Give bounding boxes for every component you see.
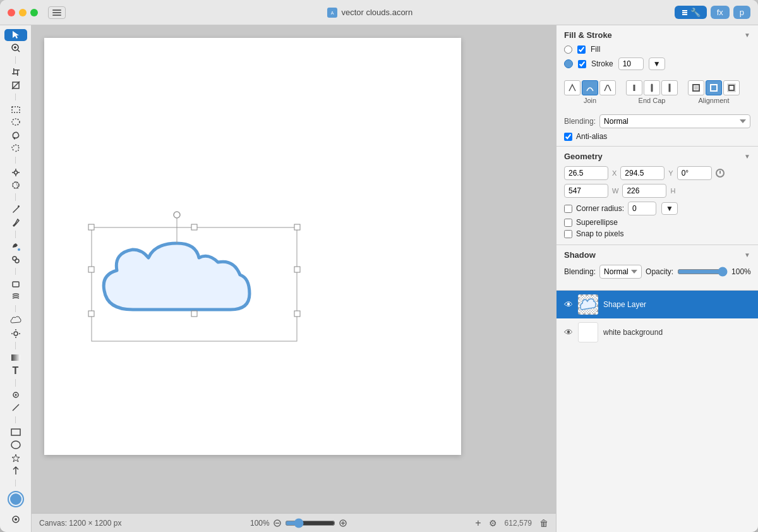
corner-radius-checkbox[interactable] bbox=[564, 205, 572, 213]
tool-stamp[interactable] bbox=[4, 253, 27, 265]
fx-button[interactable]: fx bbox=[711, 6, 730, 19]
layer-item-bg[interactable]: 👁 white background bbox=[556, 318, 758, 346]
stroke-checkbox[interactable] bbox=[578, 60, 586, 68]
close-button[interactable] bbox=[8, 9, 15, 16]
tool-circle-special[interactable] bbox=[4, 489, 27, 509]
antialias-checkbox[interactable] bbox=[564, 133, 572, 141]
snap-checkbox[interactable] bbox=[564, 230, 572, 238]
blending-select[interactable]: Normal Multiply Screen Overlay Darken Li… bbox=[599, 114, 750, 128]
x-input[interactable] bbox=[564, 166, 608, 180]
fill-checkbox[interactable] bbox=[577, 45, 586, 54]
x-label: X bbox=[612, 169, 617, 177]
tool-brightness[interactable] bbox=[4, 328, 27, 340]
w-input[interactable] bbox=[564, 184, 608, 198]
tool-ellipse-shape[interactable] bbox=[4, 439, 27, 451]
tool-arrow-shape[interactable] bbox=[4, 465, 27, 477]
corner-radius-input[interactable] bbox=[628, 202, 656, 215]
tool-magic-lasso[interactable] bbox=[4, 179, 27, 191]
shadow-header[interactable]: Shadow ▼ bbox=[556, 245, 758, 265]
svg-rect-0 bbox=[52, 9, 61, 11]
tool-select[interactable] bbox=[4, 29, 27, 41]
sidebar-toggle-button[interactable] bbox=[48, 6, 66, 19]
tool-ellipse-select[interactable] bbox=[4, 116, 27, 128]
blending-label: Blending: bbox=[564, 117, 596, 126]
corner-radius-dropdown[interactable]: ▼ bbox=[661, 202, 678, 215]
tool-vector-pen[interactable] bbox=[4, 217, 27, 229]
tool-mode1[interactable] bbox=[0, 512, 6, 527]
tool-eraser[interactable] bbox=[4, 277, 27, 289]
stroke-dropdown[interactable]: ▼ bbox=[649, 57, 665, 70]
p-button[interactable]: p bbox=[733, 6, 750, 19]
h-input[interactable] bbox=[622, 184, 666, 198]
fill-stroke-chevron: ▼ bbox=[744, 32, 750, 39]
y-input[interactable] bbox=[620, 166, 665, 180]
superellipse-checkbox[interactable] bbox=[564, 219, 572, 227]
geometry-body: X Y W H bbox=[556, 166, 758, 245]
minimize-button[interactable] bbox=[19, 9, 27, 16]
tool-zoom2[interactable] bbox=[26, 512, 32, 527]
join-cap-section: Join bbox=[556, 80, 758, 112]
tools-button[interactable]: 🔧 bbox=[675, 6, 707, 19]
shadow-blending-select[interactable]: Normal Multiply Screen bbox=[599, 265, 642, 279]
antialias-label: Anti-alias bbox=[576, 132, 607, 141]
svg-rect-56 bbox=[88, 311, 94, 317]
tool-paint[interactable] bbox=[4, 241, 27, 253]
canvas[interactable] bbox=[44, 38, 461, 455]
tool-bezier[interactable] bbox=[4, 389, 27, 401]
separator4 bbox=[15, 193, 16, 201]
endcap-butt-btn[interactable] bbox=[626, 80, 642, 95]
tool-rect-shape[interactable] bbox=[4, 426, 27, 438]
tool-transform[interactable] bbox=[4, 79, 27, 91]
tool-line[interactable] bbox=[4, 402, 27, 414]
add-layer-button[interactable]: + bbox=[475, 517, 481, 529]
snap-row: Snap to pixels bbox=[564, 229, 750, 238]
align-inside-btn[interactable] bbox=[688, 80, 704, 95]
join-miter-btn[interactable] bbox=[564, 80, 581, 95]
stroke-value-input[interactable] bbox=[618, 57, 644, 70]
stroke-color-dot[interactable] bbox=[564, 59, 573, 68]
tool-poly-lasso[interactable] bbox=[4, 142, 27, 154]
opacity-slider[interactable] bbox=[677, 267, 728, 277]
xy-row: X Y bbox=[564, 166, 750, 180]
rotation-dial[interactable] bbox=[716, 169, 725, 178]
tool-rect-select[interactable] bbox=[4, 103, 27, 115]
trash-icon[interactable]: 🗑 bbox=[539, 518, 548, 528]
layer-eye-bg[interactable]: 👁 bbox=[564, 327, 573, 337]
endcap-round-btn[interactable] bbox=[644, 80, 660, 95]
canvas-wrapper[interactable] bbox=[32, 25, 556, 513]
tool-lasso[interactable] bbox=[4, 130, 27, 142]
zoom-slider[interactable] bbox=[285, 518, 335, 528]
svg-rect-35 bbox=[11, 354, 20, 361]
endcap-square-btn[interactable] bbox=[661, 80, 678, 95]
tool-shape[interactable] bbox=[4, 315, 27, 327]
tool-zoom[interactable] bbox=[4, 42, 27, 54]
tool-pen[interactable] bbox=[4, 203, 27, 215]
layer-eye-shape[interactable]: 👁 bbox=[564, 299, 573, 310]
tool-mode2[interactable] bbox=[7, 512, 25, 527]
join-bevel-btn[interactable] bbox=[599, 80, 616, 95]
tool-magic-wand[interactable] bbox=[4, 166, 27, 178]
align-center-btn[interactable] bbox=[706, 80, 722, 95]
separator5 bbox=[15, 231, 16, 238]
layer-item-shape[interactable]: 👁 bbox=[556, 291, 758, 318]
tool-smudge[interactable] bbox=[4, 291, 27, 303]
maximize-button[interactable] bbox=[30, 9, 38, 16]
canvas-statusbar: Canvas: 1200 × 1200 px 100% + ⚙ 612,579 … bbox=[32, 513, 556, 532]
svg-rect-57 bbox=[191, 311, 197, 317]
tool-crop[interactable] bbox=[4, 66, 27, 78]
rotation-input[interactable] bbox=[677, 166, 712, 180]
align-outside-btn[interactable] bbox=[723, 80, 740, 95]
zoom-out-icon[interactable] bbox=[274, 519, 281, 527]
fill-label: Fill bbox=[591, 45, 600, 54]
fill-radio[interactable] bbox=[564, 45, 572, 54]
antialias-row: Anti-alias bbox=[556, 131, 758, 146]
right-panel: Fill & Stroke ▼ Fill Stroke bbox=[556, 25, 758, 532]
fill-stroke-header[interactable]: Fill & Stroke ▼ bbox=[556, 25, 758, 45]
tool-star[interactable] bbox=[4, 452, 27, 464]
tool-gradient[interactable] bbox=[4, 352, 27, 364]
zoom-in-icon[interactable] bbox=[339, 519, 347, 527]
join-round-btn[interactable] bbox=[582, 80, 598, 95]
geometry-header[interactable]: Geometry ▼ bbox=[556, 147, 758, 166]
settings-icon[interactable]: ⚙ bbox=[489, 518, 497, 528]
tool-text[interactable]: T bbox=[4, 365, 27, 377]
